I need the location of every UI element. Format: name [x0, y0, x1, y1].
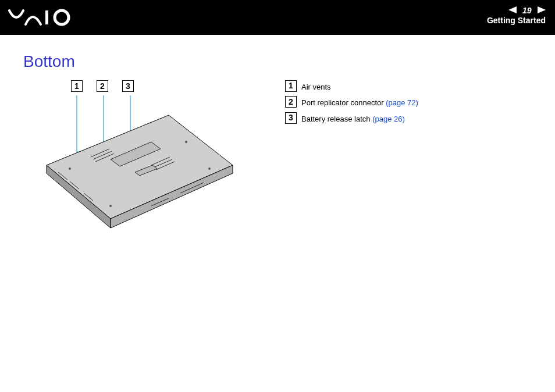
svg-point-17 [208, 168, 211, 170]
svg-point-18 [109, 205, 112, 207]
section-title: Getting Started [487, 16, 546, 25]
legend-item: 1 Air vents [285, 80, 418, 94]
svg-marker-2 [508, 6, 517, 13]
page-header: 19 Getting Started [0, 0, 555, 35]
svg-point-1 [55, 10, 69, 24]
callout-box-3: 3 [122, 80, 134, 92]
svg-marker-3 [538, 6, 546, 13]
figure-callout-labels: 1 2 3 [71, 80, 134, 92]
svg-point-16 [185, 141, 187, 143]
legend-num-3: 3 [285, 112, 297, 124]
figure-area: 1 2 3 [35, 80, 256, 243]
legend-num-1: 1 [285, 80, 297, 92]
legend-num-2: 2 [285, 96, 297, 108]
svg-rect-0 [45, 10, 48, 24]
page-indicator: 19 Getting Started [487, 5, 546, 25]
page-content: Bottom 1 2 3 [0, 35, 555, 99]
laptop-bottom-illustration [35, 95, 244, 241]
legend-item: 3 Battery release latch (page 26) [285, 112, 418, 126]
svg-point-15 [69, 168, 71, 170]
legend-pageref-3[interactable]: (page 26) [372, 115, 405, 123]
legend-pageref-2[interactable]: (page 72) [386, 98, 418, 107]
next-page-arrow-icon[interactable] [538, 5, 546, 16]
page-title: Bottom [23, 52, 532, 71]
legend-text-3: Battery release latch [301, 115, 372, 123]
svg-marker-4 [47, 115, 233, 219]
page-number: 19 [522, 6, 532, 15]
legend: 1 Air vents 2 Port replicator connector … [285, 80, 418, 128]
legend-item: 2 Port replicator connector (page 72) [285, 96, 418, 109]
prev-page-arrow-icon[interactable] [508, 5, 517, 16]
legend-text-2: Port replicator connector [301, 98, 386, 107]
callout-box-2: 2 [97, 80, 108, 92]
vaio-logo [8, 8, 78, 29]
callout-box-1: 1 [71, 80, 83, 92]
legend-text-1: Air vents [301, 83, 331, 91]
